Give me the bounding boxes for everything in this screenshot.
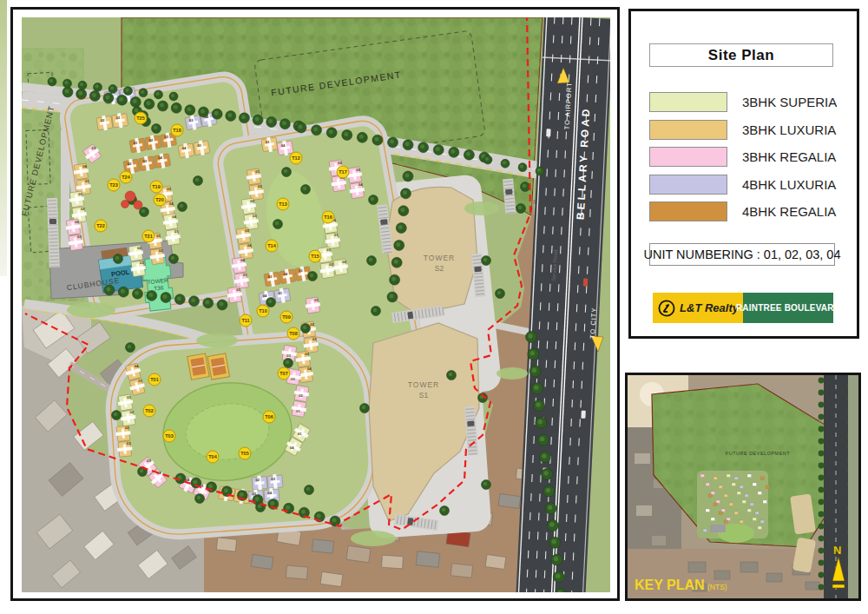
key-bellary-road — [824, 375, 848, 598]
legend-swatch — [649, 92, 727, 112]
svg-text:03: 03 — [142, 159, 147, 163]
tower-marker-t14: T14 — [266, 240, 278, 252]
svg-text:03: 03 — [268, 274, 273, 279]
svg-text:04: 04 — [169, 201, 174, 206]
svg-text:T25: T25 — [136, 116, 144, 121]
legend-panel: Site Plan 3BHK SUPERIA3BHK LUXURIA3BHK R… — [628, 9, 859, 339]
svg-text:03: 03 — [140, 261, 144, 265]
site-plan-title: Site Plan — [649, 43, 833, 67]
lt-realty-name: L&T Realty — [680, 301, 739, 314]
svg-text:02: 02 — [148, 138, 153, 142]
svg-text:02: 02 — [258, 184, 262, 188]
svg-text:01: 01 — [78, 192, 82, 196]
tower-marker-t15: T15 — [309, 250, 321, 262]
svg-text:02: 02 — [310, 322, 314, 327]
svg-text:01: 01 — [255, 169, 260, 174]
key-plan-artwork: FUTURE DEVELOPMENT KEY PLAN (NTS) N — [628, 375, 858, 598]
svg-text:02: 02 — [128, 162, 132, 166]
svg-text:01: 01 — [85, 179, 89, 183]
svg-text:T10: T10 — [259, 308, 266, 314]
tower-marker-t24: T24 — [120, 171, 132, 183]
tower-s1-label-1: TOWER — [408, 380, 439, 389]
svg-text:01: 01 — [334, 233, 339, 237]
svg-text:01: 01 — [296, 409, 300, 413]
svg-text:04: 04 — [158, 155, 162, 160]
tower-marker-t10: T10 — [257, 305, 269, 317]
svg-text:01: 01 — [156, 234, 161, 238]
svg-text:01: 01 — [138, 379, 142, 383]
svg-text:02: 02 — [342, 260, 346, 264]
legend-label: 3BHK LUXURIA — [742, 122, 836, 137]
svg-text:04: 04 — [307, 366, 312, 371]
svg-text:T20: T20 — [155, 197, 163, 202]
key-plan-label: KEY PLAN — [635, 578, 705, 592]
tower-marker-t06: T06 — [263, 411, 275, 423]
tower-s2-building — [386, 187, 477, 314]
svg-text:04: 04 — [358, 182, 363, 187]
legend-swatch — [649, 120, 727, 140]
svg-text:T13: T13 — [279, 201, 286, 207]
svg-text:04: 04 — [281, 143, 286, 148]
svg-text:03: 03 — [356, 168, 360, 172]
tower-marker-t12: T12 — [290, 152, 302, 164]
svg-text:03: 03 — [147, 459, 151, 463]
svg-text:03: 03 — [245, 228, 249, 233]
svg-text:T17: T17 — [339, 169, 346, 175]
svg-text:02: 02 — [291, 377, 295, 381]
svg-text:04: 04 — [283, 272, 287, 276]
svg-text:04: 04 — [135, 364, 139, 368]
svg-text:04: 04 — [267, 491, 272, 495]
tower-marker-t19: T19 — [150, 181, 162, 193]
svg-text:03: 03 — [312, 337, 317, 341]
svg-text:T05: T05 — [240, 451, 248, 456]
site-plan-map-panel: 0102020303040401010203020304030401010202… — [10, 7, 620, 601]
svg-text:02: 02 — [299, 393, 303, 398]
legend-row: 4BHK REGALIA — [649, 198, 847, 226]
svg-text:T06: T06 — [265, 414, 273, 419]
key-plan-nts-label: (NTS) — [707, 583, 727, 591]
to-city-label: TO CITY — [589, 307, 598, 339]
svg-text:T04: T04 — [208, 454, 217, 459]
tower-t36-label-2: T36 — [154, 284, 164, 291]
svg-text:03: 03 — [305, 352, 309, 356]
svg-text:04: 04 — [82, 164, 87, 168]
svg-text:03: 03 — [271, 477, 275, 481]
svg-text:T02: T02 — [145, 408, 153, 413]
tower-marker-t01: T01 — [148, 373, 161, 386]
key-plan-panel: FUTURE DEVELOPMENT KEY PLAN (NTS) N — [625, 373, 861, 601]
svg-text:03: 03 — [286, 353, 291, 358]
svg-text:04: 04 — [247, 243, 252, 248]
svg-text:01: 01 — [174, 229, 179, 234]
svg-text:02: 02 — [129, 410, 134, 414]
svg-text:03: 03 — [189, 118, 194, 122]
svg-text:T16: T16 — [324, 215, 332, 220]
tower-marker-t21: T21 — [142, 230, 155, 242]
legend-label: 4BHK LUXURIA — [742, 177, 836, 192]
svg-text:01: 01 — [298, 432, 302, 436]
svg-text:02: 02 — [75, 220, 79, 224]
tower-marker-t22: T22 — [95, 220, 107, 232]
svg-text:T15: T15 — [311, 254, 319, 259]
svg-text:03: 03 — [77, 234, 82, 239]
svg-text:T14: T14 — [267, 243, 276, 248]
svg-text:T22: T22 — [96, 223, 104, 228]
svg-text:01: 01 — [236, 287, 240, 292]
legend-row: 4BHK LUXURIA — [649, 171, 847, 199]
tower-s1-label-2: S1 — [419, 391, 429, 399]
key-future-development-label: FUTURE DEVELOPMENT — [726, 451, 791, 456]
tower-s2-label-1: TOWER — [424, 254, 455, 262]
svg-text:01: 01 — [314, 298, 319, 302]
tower-marker-t23: T23 — [108, 179, 120, 191]
svg-text:T12: T12 — [292, 155, 299, 161]
site-plan-page: 0102020303040401010203020304030401010202… — [0, 0, 868, 614]
svg-text:T18: T18 — [173, 128, 181, 133]
legend-row: 3BHK REGALIA — [649, 143, 847, 171]
svg-text:03: 03 — [164, 135, 168, 139]
legend-list: 3BHK SUPERIA3BHK LUXURIA3BHK REGALIA4BHK… — [649, 89, 847, 226]
svg-text:T11: T11 — [241, 318, 249, 323]
tower-marker-t08: T08 — [287, 327, 299, 340]
svg-text:02: 02 — [329, 262, 333, 267]
svg-text:02: 02 — [250, 199, 254, 203]
svg-text:02: 02 — [81, 207, 85, 211]
legend-row: 3BHK SUPERIA — [649, 89, 847, 116]
